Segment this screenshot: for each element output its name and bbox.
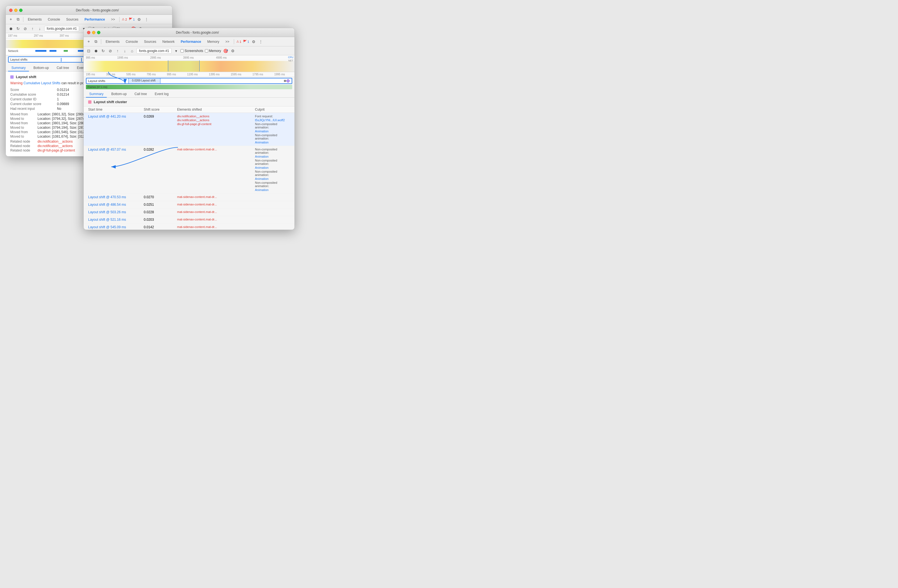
culprit-1: Non-composited animation: Animation Non-… — [255, 148, 290, 192]
device-icon[interactable]: ⧉ — [15, 17, 21, 22]
tab-bottomup-2[interactable]: Bottom-up — [108, 91, 130, 98]
culprit-link-1[interactable]: Animation — [255, 155, 290, 158]
tab-console-2[interactable]: Console — [123, 39, 140, 44]
ls-link-0[interactable]: Layout shift @ 441.20 ms — [88, 114, 144, 119]
ls-link-1[interactable]: Layout shift @ 457.07 ms — [88, 148, 144, 151]
related-link-1[interactable]: div.notification__actions — [37, 140, 73, 143]
ruler-mark-2: 297 ms — [34, 34, 43, 37]
table-body: Layout shift @ 441.20 ms 0.0269 div.noti… — [84, 113, 294, 229]
flag-icon-1: 🚩 — [129, 17, 132, 21]
reload-icon[interactable]: ↻ — [15, 26, 21, 31]
table-row-0[interactable]: Layout shift @ 441.20 ms 0.0269 div.noti… — [84, 113, 294, 146]
table-row-5[interactable]: Layout shift @ 521.16 ms 0.0203 mat-side… — [84, 216, 294, 223]
culprit-link-0[interactable]: t5sJIQcYNl...IUI.woff2 — [255, 119, 290, 122]
maximize-button-2[interactable] — [97, 31, 100, 34]
memory-checkbox-2[interactable]: Memory — [205, 49, 221, 53]
tab-summary-2[interactable]: Summary — [86, 91, 107, 98]
frames-row: Frames (67.1 ms) — [86, 85, 292, 89]
record-icon[interactable]: ⏺ — [8, 26, 14, 31]
timeline-overview-2[interactable]: 995 ms 1995 ms 2995 ms 3995 ms 4995 ms C… — [84, 55, 294, 72]
minimize-button-2[interactable] — [92, 31, 95, 34]
window-2: DevTools - fonts.google.com/ ⌖ ⧉ Element… — [83, 28, 295, 230]
color-indicator-1 — [10, 75, 14, 79]
tab-bottomup-1[interactable]: Bottom-up — [30, 65, 52, 71]
top-mark-5: 4995 ms — [216, 56, 227, 59]
more-icon-1[interactable]: ⋮ — [144, 17, 149, 22]
score-5: 0.0203 — [144, 218, 177, 222]
ls-link-4[interactable]: Layout shift @ 503.26 ms — [88, 210, 144, 214]
table-row-2[interactable]: Layout shift @ 470.53 ms 0.0270 mat-side… — [84, 194, 294, 201]
tab-performance-2[interactable]: Performance — [178, 39, 203, 44]
ls-link-3[interactable]: Layout shift @ 486.54 ms — [88, 203, 144, 206]
titlebar-1: DevTools - fonts.google.com/ — [6, 6, 172, 15]
page-wrapper: DevTools - fonts.google.com/ ⌖ ⧉ Element… — [6, 6, 361, 245]
score-0: 0.0269 — [144, 114, 177, 119]
dropdown-icon-2[interactable]: ▾ — [173, 48, 179, 54]
col-elements: Elements shifted — [177, 108, 255, 111]
tab-sources-1[interactable]: Sources — [64, 17, 81, 22]
table-row-6[interactable]: Layout shift @ 545.09 ms 0.0142 mat-side… — [84, 223, 294, 229]
warning-link-1[interactable]: Cumulative Layout Shifts — [24, 81, 61, 85]
home-icon-2[interactable]: ⌂ — [129, 48, 135, 54]
ls-label-1: Layout shifts — [9, 58, 34, 61]
ruler-mark-3: 397 ms — [60, 34, 69, 37]
warning-icon-2: ⚠ — [236, 40, 239, 43]
close-button-1[interactable] — [9, 9, 12, 12]
cursor-icon-2[interactable]: ⌖ — [86, 39, 91, 45]
settings-icon-2b[interactable]: ⚙ — [230, 48, 235, 54]
record-icon-2[interactable]: ⏺ — [93, 48, 99, 54]
tab-elements-1[interactable]: Elements — [26, 17, 44, 22]
import-icon-2[interactable]: ↓ — [122, 48, 128, 54]
export-icon[interactable]: ↑ — [30, 26, 35, 31]
col-start-time: Start time — [88, 108, 144, 111]
ls-link-5[interactable]: Layout shift @ 521.16 ms — [88, 218, 144, 222]
tab-calltree-2[interactable]: Call tree — [131, 91, 151, 98]
export-icon-2[interactable]: ↑ — [115, 48, 120, 54]
settings-icon-1[interactable]: ⚙ — [137, 17, 142, 22]
reload-icon-2[interactable]: ↻ — [100, 48, 106, 54]
related-link-2[interactable]: div.notification__actions — [37, 144, 73, 148]
device-icon-2[interactable]: ⧉ — [93, 39, 99, 45]
culprit-extra-link-0-1[interactable]: Animation — [255, 141, 290, 144]
close-button-2[interactable] — [87, 31, 90, 34]
ls-link-2[interactable]: Layout shift @ 470.53 ms — [88, 195, 144, 199]
tab-eventlog-2[interactable]: Event log — [151, 91, 172, 98]
tab-performance-1[interactable]: Performance — [82, 17, 107, 22]
traffic-lights-1 — [9, 9, 23, 12]
minimize-button-1[interactable] — [14, 9, 17, 12]
capture-icon-2[interactable]: 🎯 — [223, 48, 228, 54]
clear-icon[interactable]: ⊘ — [23, 26, 28, 31]
tab-calltree-1[interactable]: Call tree — [53, 65, 72, 71]
culprit-extra-link-1-2[interactable]: Animation — [255, 188, 290, 192]
ls-link-6[interactable]: Layout shift @ 545.09 ms — [88, 225, 144, 229]
elements-1: mat-sidenav-content.mat-dr... — [177, 148, 255, 151]
tab-network-2[interactable]: Network — [160, 39, 177, 44]
culprit-extra-link-1-1[interactable]: Animation — [255, 177, 290, 180]
layout-shifts-row-2[interactable]: Layout shifts 0.0269 Layout shift — [86, 78, 292, 84]
tab-sources-2[interactable]: Sources — [142, 39, 158, 44]
import-icon[interactable]: ↓ — [37, 26, 43, 31]
table-row-1[interactable]: Layout shift @ 457.07 ms 0.0282 mat-side… — [84, 146, 294, 194]
culprit-extra-link-0-0[interactable]: Animation — [255, 129, 290, 133]
elements-2: mat-sidenav-content.mat-dr... — [177, 195, 255, 199]
tab-elements-2[interactable]: Elements — [103, 39, 122, 44]
table-row-3[interactable]: Layout shift @ 486.54 ms 0.0251 mat-side… — [84, 201, 294, 208]
settings-icon-2[interactable]: ⚙ — [251, 39, 256, 45]
score-3: 0.0251 — [144, 203, 177, 206]
more-icon-2[interactable]: ⋮ — [258, 39, 264, 45]
tab-memory-2[interactable]: Memory — [205, 39, 221, 44]
tab-more-1[interactable]: >> — [109, 17, 117, 22]
warning-label-1: Warning — [10, 81, 23, 85]
cursor-icon[interactable]: ⌖ — [8, 17, 14, 22]
toolbar-1: ⌖ ⧉ Elements Console Sources Performance… — [6, 15, 172, 24]
inspect-icon-2[interactable]: ⊡ — [86, 48, 91, 54]
tab-summary-1[interactable]: Summary — [8, 65, 29, 71]
maximize-button-1[interactable] — [19, 9, 23, 12]
clear-icon-2[interactable]: ⊘ — [108, 48, 113, 54]
related-link-3[interactable]: div.gf-full-page.gf-content — [37, 148, 75, 152]
screenshots-checkbox-2[interactable]: Screenshots — [180, 49, 203, 53]
culprit-extra-link-1-0[interactable]: Animation — [255, 166, 290, 169]
tab-more-2[interactable]: >> — [223, 39, 232, 44]
table-row-4[interactable]: Layout shift @ 503.26 ms 0.0228 mat-side… — [84, 208, 294, 216]
tab-console-1[interactable]: Console — [46, 17, 62, 22]
